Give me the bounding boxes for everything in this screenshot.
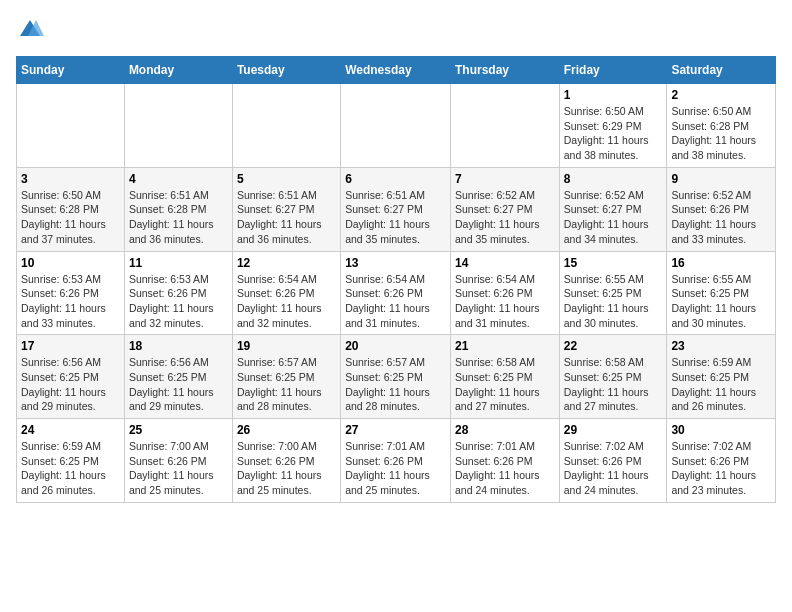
calendar-cell: 16Sunrise: 6:55 AMSunset: 6:25 PMDayligh… xyxy=(667,251,776,335)
page-header xyxy=(16,16,776,44)
day-info: Sunrise: 7:00 AMSunset: 6:26 PMDaylight:… xyxy=(129,439,228,498)
calendar-cell: 15Sunrise: 6:55 AMSunset: 6:25 PMDayligh… xyxy=(559,251,667,335)
calendar-cell: 28Sunrise: 7:01 AMSunset: 6:26 PMDayligh… xyxy=(450,419,559,503)
day-number: 20 xyxy=(345,339,446,353)
day-number: 22 xyxy=(564,339,663,353)
calendar-cell: 30Sunrise: 7:02 AMSunset: 6:26 PMDayligh… xyxy=(667,419,776,503)
day-info: Sunrise: 7:02 AMSunset: 6:26 PMDaylight:… xyxy=(564,439,663,498)
day-info: Sunrise: 7:01 AMSunset: 6:26 PMDaylight:… xyxy=(455,439,555,498)
calendar-cell xyxy=(124,84,232,168)
calendar-cell: 13Sunrise: 6:54 AMSunset: 6:26 PMDayligh… xyxy=(341,251,451,335)
calendar-cell xyxy=(17,84,125,168)
day-number: 9 xyxy=(671,172,771,186)
day-info: Sunrise: 6:57 AMSunset: 6:25 PMDaylight:… xyxy=(345,355,446,414)
calendar-cell: 27Sunrise: 7:01 AMSunset: 6:26 PMDayligh… xyxy=(341,419,451,503)
day-info: Sunrise: 6:54 AMSunset: 6:26 PMDaylight:… xyxy=(237,272,336,331)
day-number: 26 xyxy=(237,423,336,437)
day-info: Sunrise: 6:53 AMSunset: 6:26 PMDaylight:… xyxy=(21,272,120,331)
calendar-cell: 17Sunrise: 6:56 AMSunset: 6:25 PMDayligh… xyxy=(17,335,125,419)
weekday-header-tuesday: Tuesday xyxy=(232,57,340,84)
day-info: Sunrise: 6:56 AMSunset: 6:25 PMDaylight:… xyxy=(21,355,120,414)
day-number: 11 xyxy=(129,256,228,270)
calendar-week-5: 24Sunrise: 6:59 AMSunset: 6:25 PMDayligh… xyxy=(17,419,776,503)
day-number: 25 xyxy=(129,423,228,437)
day-number: 3 xyxy=(21,172,120,186)
calendar-cell: 18Sunrise: 6:56 AMSunset: 6:25 PMDayligh… xyxy=(124,335,232,419)
day-info: Sunrise: 6:58 AMSunset: 6:25 PMDaylight:… xyxy=(564,355,663,414)
day-info: Sunrise: 6:51 AMSunset: 6:27 PMDaylight:… xyxy=(237,188,336,247)
day-info: Sunrise: 6:54 AMSunset: 6:26 PMDaylight:… xyxy=(345,272,446,331)
day-number: 8 xyxy=(564,172,663,186)
calendar-cell: 14Sunrise: 6:54 AMSunset: 6:26 PMDayligh… xyxy=(450,251,559,335)
calendar-cell: 7Sunrise: 6:52 AMSunset: 6:27 PMDaylight… xyxy=(450,167,559,251)
calendar-cell xyxy=(341,84,451,168)
day-number: 5 xyxy=(237,172,336,186)
day-number: 24 xyxy=(21,423,120,437)
calendar-cell: 25Sunrise: 7:00 AMSunset: 6:26 PMDayligh… xyxy=(124,419,232,503)
day-info: Sunrise: 6:50 AMSunset: 6:28 PMDaylight:… xyxy=(671,104,771,163)
day-info: Sunrise: 6:57 AMSunset: 6:25 PMDaylight:… xyxy=(237,355,336,414)
calendar-cell: 19Sunrise: 6:57 AMSunset: 6:25 PMDayligh… xyxy=(232,335,340,419)
calendar-cell: 24Sunrise: 6:59 AMSunset: 6:25 PMDayligh… xyxy=(17,419,125,503)
day-number: 1 xyxy=(564,88,663,102)
day-number: 14 xyxy=(455,256,555,270)
day-info: Sunrise: 6:58 AMSunset: 6:25 PMDaylight:… xyxy=(455,355,555,414)
calendar-cell: 21Sunrise: 6:58 AMSunset: 6:25 PMDayligh… xyxy=(450,335,559,419)
calendar-cell xyxy=(450,84,559,168)
day-number: 2 xyxy=(671,88,771,102)
weekday-header-thursday: Thursday xyxy=(450,57,559,84)
calendar-week-1: 1Sunrise: 6:50 AMSunset: 6:29 PMDaylight… xyxy=(17,84,776,168)
day-number: 18 xyxy=(129,339,228,353)
day-info: Sunrise: 7:02 AMSunset: 6:26 PMDaylight:… xyxy=(671,439,771,498)
calendar-cell: 8Sunrise: 6:52 AMSunset: 6:27 PMDaylight… xyxy=(559,167,667,251)
day-number: 10 xyxy=(21,256,120,270)
calendar-cell: 9Sunrise: 6:52 AMSunset: 6:26 PMDaylight… xyxy=(667,167,776,251)
calendar-cell xyxy=(232,84,340,168)
day-info: Sunrise: 6:56 AMSunset: 6:25 PMDaylight:… xyxy=(129,355,228,414)
calendar-week-2: 3Sunrise: 6:50 AMSunset: 6:28 PMDaylight… xyxy=(17,167,776,251)
day-number: 7 xyxy=(455,172,555,186)
day-info: Sunrise: 6:50 AMSunset: 6:28 PMDaylight:… xyxy=(21,188,120,247)
weekday-header-wednesday: Wednesday xyxy=(341,57,451,84)
day-number: 15 xyxy=(564,256,663,270)
calendar-cell: 20Sunrise: 6:57 AMSunset: 6:25 PMDayligh… xyxy=(341,335,451,419)
day-number: 29 xyxy=(564,423,663,437)
day-number: 27 xyxy=(345,423,446,437)
day-info: Sunrise: 6:52 AMSunset: 6:27 PMDaylight:… xyxy=(564,188,663,247)
day-number: 28 xyxy=(455,423,555,437)
day-info: Sunrise: 6:59 AMSunset: 6:25 PMDaylight:… xyxy=(671,355,771,414)
day-number: 30 xyxy=(671,423,771,437)
day-number: 4 xyxy=(129,172,228,186)
calendar-week-4: 17Sunrise: 6:56 AMSunset: 6:25 PMDayligh… xyxy=(17,335,776,419)
day-number: 19 xyxy=(237,339,336,353)
logo xyxy=(16,16,48,44)
calendar: SundayMondayTuesdayWednesdayThursdayFrid… xyxy=(16,56,776,503)
calendar-cell: 26Sunrise: 7:00 AMSunset: 6:26 PMDayligh… xyxy=(232,419,340,503)
day-info: Sunrise: 7:01 AMSunset: 6:26 PMDaylight:… xyxy=(345,439,446,498)
day-number: 23 xyxy=(671,339,771,353)
calendar-cell: 2Sunrise: 6:50 AMSunset: 6:28 PMDaylight… xyxy=(667,84,776,168)
calendar-week-3: 10Sunrise: 6:53 AMSunset: 6:26 PMDayligh… xyxy=(17,251,776,335)
calendar-cell: 12Sunrise: 6:54 AMSunset: 6:26 PMDayligh… xyxy=(232,251,340,335)
day-info: Sunrise: 6:52 AMSunset: 6:26 PMDaylight:… xyxy=(671,188,771,247)
day-number: 12 xyxy=(237,256,336,270)
day-info: Sunrise: 7:00 AMSunset: 6:26 PMDaylight:… xyxy=(237,439,336,498)
day-number: 21 xyxy=(455,339,555,353)
calendar-cell: 6Sunrise: 6:51 AMSunset: 6:27 PMDaylight… xyxy=(341,167,451,251)
day-number: 17 xyxy=(21,339,120,353)
calendar-cell: 1Sunrise: 6:50 AMSunset: 6:29 PMDaylight… xyxy=(559,84,667,168)
day-info: Sunrise: 6:53 AMSunset: 6:26 PMDaylight:… xyxy=(129,272,228,331)
weekday-header-sunday: Sunday xyxy=(17,57,125,84)
calendar-cell: 29Sunrise: 7:02 AMSunset: 6:26 PMDayligh… xyxy=(559,419,667,503)
logo-icon xyxy=(16,16,44,44)
calendar-cell: 5Sunrise: 6:51 AMSunset: 6:27 PMDaylight… xyxy=(232,167,340,251)
weekday-header-saturday: Saturday xyxy=(667,57,776,84)
calendar-header-row: SundayMondayTuesdayWednesdayThursdayFrid… xyxy=(17,57,776,84)
calendar-cell: 22Sunrise: 6:58 AMSunset: 6:25 PMDayligh… xyxy=(559,335,667,419)
day-info: Sunrise: 6:55 AMSunset: 6:25 PMDaylight:… xyxy=(564,272,663,331)
day-info: Sunrise: 6:52 AMSunset: 6:27 PMDaylight:… xyxy=(455,188,555,247)
day-number: 6 xyxy=(345,172,446,186)
day-info: Sunrise: 6:59 AMSunset: 6:25 PMDaylight:… xyxy=(21,439,120,498)
day-info: Sunrise: 6:51 AMSunset: 6:27 PMDaylight:… xyxy=(345,188,446,247)
day-number: 16 xyxy=(671,256,771,270)
